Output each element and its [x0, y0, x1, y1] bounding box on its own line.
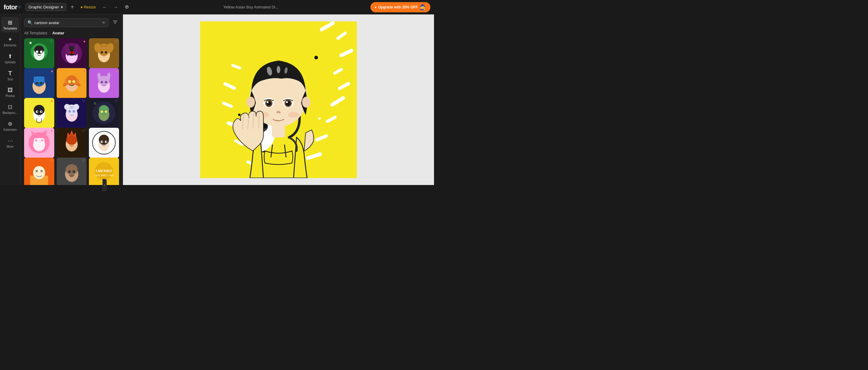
svg-point-61 — [73, 104, 79, 110]
uploads-icon: ⬆ — [8, 53, 12, 60]
svg-point-67 — [105, 111, 107, 113]
svg-text:✕: ✕ — [40, 169, 43, 174]
sidebar-label-more: More — [7, 145, 13, 148]
sidebar-item-elements[interactable]: ✦ Elements — [1, 34, 19, 50]
svg-point-7 — [34, 45, 44, 54]
template-item-4[interactable]: ♥ — [24, 68, 54, 98]
template-preview-5 — [57, 68, 87, 98]
logo-superscript: ® — [19, 6, 21, 9]
sidebar-item-photos[interactable]: 🖼 Photos — [1, 85, 19, 100]
sidebar-item-more[interactable]: ⋯ More — [1, 135, 19, 151]
svg-point-103 — [66, 164, 78, 175]
logo-text: fotor — [4, 3, 17, 11]
topbar: fotor® Graphic Designer ▾ + ♦ Resize ← →… — [0, 0, 434, 14]
back-button[interactable]: ← — [101, 3, 109, 11]
svg-point-86 — [68, 141, 71, 143]
heart-icon-14: ♡ — [82, 159, 85, 163]
template-preview-2 — [57, 38, 87, 68]
template-item-5[interactable]: ♥ — [57, 68, 87, 98]
svg-point-44 — [101, 81, 103, 84]
sidebar-item-templates[interactable]: ⊞ Templates — [1, 17, 19, 33]
svg-point-53 — [37, 111, 38, 113]
collapse-panel-button[interactable]: ‹ — [102, 179, 107, 185]
template-item-3[interactable]: ♡ — [89, 38, 119, 68]
search-input[interactable] — [34, 21, 100, 25]
resize-label: Resize — [84, 5, 96, 9]
upload-button[interactable] — [122, 3, 131, 12]
svg-point-65 — [99, 105, 109, 115]
template-item-6[interactable]: ♥ — [89, 68, 119, 98]
template-panel: 🔍 ✕ All Templates › Avatar — [21, 14, 123, 185]
template-item-10[interactable]: z z ♥ — [24, 128, 54, 158]
svg-point-128 — [238, 114, 241, 116]
heart-icon-3: ♡ — [115, 39, 118, 44]
filter-button[interactable] — [111, 18, 119, 27]
template-preview-6 — [89, 68, 119, 98]
svg-point-147 — [267, 101, 269, 103]
svg-text:⊕: ⊕ — [93, 101, 96, 105]
sidebar-label-extension: Extension — [4, 128, 17, 131]
svg-text:I AM KIKO: I AM KIKO — [96, 169, 113, 173]
breadcrumb-avatar: Avatar — [52, 31, 64, 35]
resize-button[interactable]: ♦ Resize — [79, 4, 98, 10]
graphic-designer-button[interactable]: Graphic Designer ▾ — [25, 3, 66, 11]
svg-point-94 — [101, 141, 103, 143]
template-item-13[interactable]: ✕ ✕ ♡ — [24, 158, 54, 185]
sidebar-item-backgrounds[interactable]: ⊡ Backgrou... — [1, 101, 19, 117]
svg-point-36 — [66, 75, 77, 85]
template-item-12[interactable]: ♡ — [89, 128, 119, 158]
template-grid: ★ ♡ ♥ — [21, 38, 123, 185]
sidebar-item-extension[interactable]: ⊕ Extension — [1, 118, 19, 134]
canvas-area: ✦ ✦ — [123, 14, 434, 185]
heart-icon-15: ♡ — [115, 159, 118, 163]
clear-search-button[interactable]: ✕ — [102, 20, 105, 25]
svg-point-151 — [286, 101, 288, 103]
svg-point-60 — [64, 104, 70, 110]
heart-icon-6: ♥ — [116, 69, 118, 73]
search-bar: 🔍 ✕ — [21, 14, 123, 31]
template-item-8[interactable]: ♡ — [57, 98, 87, 128]
template-item-1[interactable]: ★ ♡ — [24, 38, 54, 68]
upgrade-button[interactable]: ♦ Upgrade with 20% OFF 🧙 — [370, 2, 430, 12]
forward-button[interactable]: → — [112, 3, 120, 11]
canvas-content: ✦ ✦ — [200, 21, 357, 178]
svg-point-54 — [41, 111, 42, 113]
heart-icon-10: ♥ — [51, 129, 53, 133]
templates-icon: ⊞ — [8, 19, 12, 26]
heart-icon-5: ♥ — [83, 69, 85, 73]
add-button[interactable]: + — [69, 2, 76, 12]
logo: fotor® — [4, 3, 21, 11]
svg-point-31 — [40, 82, 42, 84]
svg-text:z: z — [43, 130, 45, 135]
svg-point-143 — [302, 97, 310, 107]
template-item-7[interactable]: ♥ — [24, 98, 54, 128]
svg-text:★: ★ — [29, 40, 33, 45]
backgrounds-icon: ⊡ — [8, 104, 12, 110]
breadcrumb-all-templates[interactable]: All Templates — [24, 31, 47, 35]
svg-text:I AM WHO I AM: I AM WHO I AM — [95, 174, 114, 177]
svg-point-75 — [41, 139, 44, 142]
svg-point-45 — [105, 81, 107, 84]
template-item-2[interactable]: ♥ — [57, 38, 87, 68]
template-item-9[interactable]: ⊕ ♡ — [89, 98, 119, 128]
more-icon: ⋯ — [7, 137, 13, 144]
svg-point-59 — [72, 110, 75, 113]
svg-rect-29 — [34, 76, 44, 83]
filter-icon — [113, 19, 118, 25]
svg-point-58 — [68, 110, 71, 113]
heart-icon-7: ♥ — [51, 99, 53, 103]
sidebar-item-uploads[interactable]: ⬆ Uploads — [1, 51, 19, 66]
template-item-11[interactable]: ♡ — [57, 128, 87, 158]
template-item-14[interactable]: ♡ — [57, 158, 87, 185]
chevron-down-icon: ▾ — [61, 5, 63, 9]
graphic-designer-label: Graphic Designer — [29, 5, 59, 9]
cloud-upload-icon — [124, 4, 130, 9]
svg-point-37 — [68, 80, 71, 83]
svg-point-142 — [247, 97, 255, 107]
diamond-icon-upgrade: ♦ — [375, 5, 376, 9]
svg-point-30 — [36, 82, 38, 84]
svg-point-87 — [72, 141, 75, 143]
sidebar-label-text: Text — [7, 78, 13, 81]
sidebar-label-backgrounds: Backgrou... — [2, 111, 18, 115]
sidebar-item-text[interactable]: T Text — [1, 67, 19, 84]
